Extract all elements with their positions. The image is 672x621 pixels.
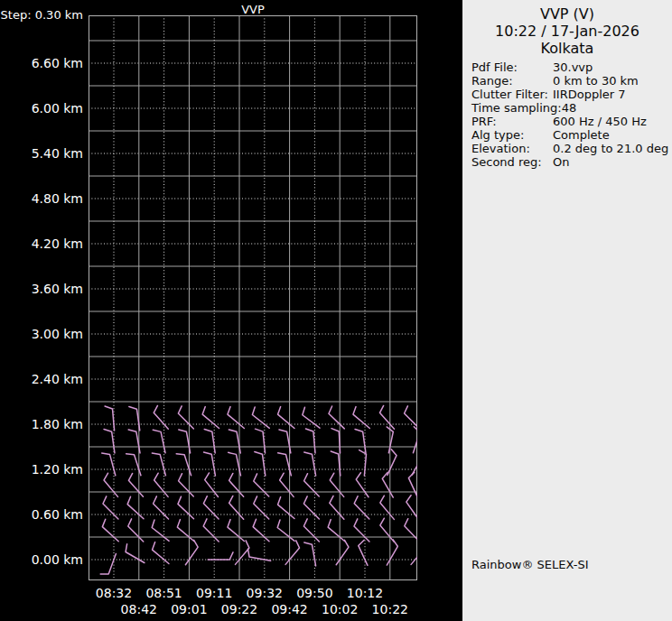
wind-barb [303, 407, 320, 428]
wind-barb [228, 407, 244, 429]
metadata-row: Clutter Filter:IIRDoppler 7 [471, 88, 668, 101]
metadata-value: 600 Hz / 450 Hz [553, 115, 668, 128]
wind-barb [204, 452, 216, 476]
wind-barb [154, 405, 168, 429]
wind-barb [405, 519, 417, 542]
wind-barb [178, 406, 193, 429]
y-axis-label: 4.80 km [0, 190, 83, 207]
wind-barb [102, 519, 118, 541]
wind-barb [255, 452, 266, 476]
wind-barb [278, 407, 294, 429]
wind-barb [278, 453, 292, 476]
plot-title: VVP [89, 3, 417, 16]
wind-barb [329, 406, 344, 429]
info-panel: VVP (V) 10:22 / 17-Jan-2026 Kolkata Pdf … [462, 0, 672, 621]
metadata-value: 30.vvp [553, 60, 668, 74]
x-axis-label: 09:50 [285, 585, 343, 601]
metadata-value: Complete [553, 128, 668, 142]
wind-barb [387, 540, 397, 565]
metadata-row: PRF:600 Hz / 450 Hz [471, 115, 668, 128]
x-axis-label: 10:12 [336, 585, 394, 601]
wind-barb [304, 474, 320, 496]
site-name: Kolkata [462, 40, 672, 57]
wind-barb [304, 542, 316, 566]
wind-barb [203, 496, 219, 519]
wind-barb [353, 407, 369, 429]
x-axis-label: 08:51 [135, 585, 193, 601]
vvp-app-window: Step: 0.30 km VVP 6.60 km6.00 km5.40 km4… [0, 0, 672, 621]
metadata-label: PRF: [471, 115, 553, 128]
y-axis-label: 1.80 km [0, 416, 83, 432]
y-axis-label: 6.00 km [0, 100, 83, 116]
metadata-row: Second reg:On [471, 155, 668, 169]
wind-barb [379, 405, 394, 429]
wind-barb [354, 496, 369, 519]
wind-barb [229, 430, 240, 453]
wind-barb [380, 518, 394, 542]
x-axis-label: 10:02 [311, 601, 369, 617]
metadata-fields: Pdf File:30.vvpRange:0 km to 30 kmClutte… [471, 60, 668, 169]
wind-barb [128, 473, 143, 496]
x-axis-label: 09:22 [210, 601, 268, 617]
y-axis-label: 1.20 km [0, 461, 83, 477]
wind-barb [408, 472, 417, 497]
wind-barb [382, 472, 393, 497]
metadata-row: Range:0 km to 30 km [471, 74, 668, 88]
time-height-wind-barb-chart [89, 15, 417, 580]
wind-barb [359, 540, 368, 565]
wind-barb [411, 541, 417, 565]
wind-barb [128, 519, 144, 542]
x-axis-label: 08:32 [85, 585, 143, 601]
wind-barb [154, 496, 169, 519]
wind-barb [305, 429, 315, 453]
wind-barb [179, 430, 191, 453]
wind-barb [205, 473, 219, 497]
wind-barb [359, 450, 367, 476]
product-datetime: 10:22 / 17-Jan-2026 [462, 23, 672, 40]
wind-barb [331, 451, 341, 476]
wind-barb [330, 473, 343, 496]
y-axis-label: 3.60 km [0, 281, 83, 297]
brand-footer: Rainbow® SELEX-SI [471, 558, 589, 571]
y-axis-label: 5.40 km [0, 145, 83, 162]
metadata-label: Range: [471, 74, 553, 88]
y-axis-label: 6.60 km [0, 55, 83, 71]
wind-barb [103, 496, 118, 519]
product-title: VVP (V) [462, 5, 672, 23]
wind-barb [229, 473, 244, 496]
wind-barb [279, 430, 291, 453]
x-axis-label: 09:32 [236, 585, 294, 601]
x-axis-label: 10:22 [361, 601, 419, 617]
wind-barb [406, 496, 417, 520]
wind-barb [355, 430, 366, 453]
wind-barb [178, 496, 194, 519]
wind-barb [203, 519, 219, 542]
metadata-row: Time sampling:48 [471, 101, 668, 115]
wind-barb [177, 520, 193, 542]
wind-barb [256, 429, 266, 453]
metadata-label: Elevation: [471, 142, 553, 155]
wind-barb [328, 520, 344, 542]
wind-barb [336, 540, 349, 564]
wind-barb [152, 520, 169, 541]
wind-barb [354, 519, 369, 542]
metadata-value: IIRDoppler 7 [553, 88, 668, 101]
wind-barb [252, 407, 269, 428]
wind-barb [303, 519, 319, 542]
metadata-label: Time sampling: [471, 101, 562, 115]
metadata-value: 0.2 deg to 21.0 deg [553, 142, 668, 155]
wind-barb [280, 473, 294, 496]
metadata-row: Pdf File:30.vvp [471, 60, 668, 74]
wind-barb [153, 542, 169, 564]
wind-barb [228, 520, 244, 542]
x-axis-label: 09:01 [160, 601, 218, 617]
metadata-value: 0 km to 30 km [553, 74, 668, 88]
wind-barb [285, 541, 299, 565]
x-axis-label: 08:42 [110, 601, 168, 617]
wind-barb [104, 430, 115, 453]
x-axis-label: 09:11 [185, 585, 243, 601]
wind-barb [129, 407, 140, 431]
y-axis-label: 4.20 km [0, 236, 83, 252]
y-axis-label: 3.00 km [0, 326, 83, 342]
wind-barb [331, 429, 341, 453]
